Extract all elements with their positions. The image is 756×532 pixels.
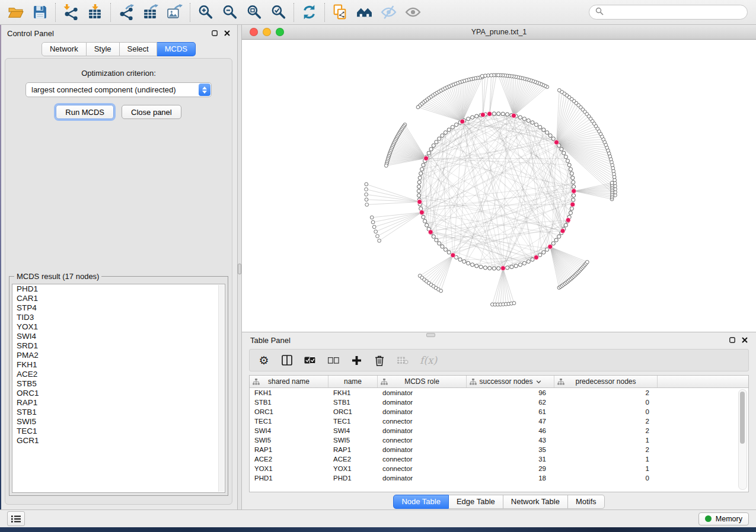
- table-scrollbar[interactable]: [738, 389, 747, 490]
- select-all-icon: [304, 357, 316, 364]
- mcds-result-item[interactable]: PMA2: [12, 351, 225, 360]
- column-header-successor-nodes[interactable]: successor nodes: [467, 376, 554, 387]
- table-row[interactable]: TEC1TEC1connector472: [250, 416, 748, 426]
- memory-label: Memory: [716, 515, 742, 523]
- table-cell: 31: [467, 456, 554, 463]
- import-network-button[interactable]: [59, 2, 83, 23]
- minimize-window-icon[interactable]: [263, 28, 271, 36]
- refresh-view-button[interactable]: [297, 2, 321, 23]
- tab-edge-table[interactable]: Edge Table: [449, 495, 503, 509]
- mcds-result-item[interactable]: PHD1: [12, 284, 225, 294]
- table-row[interactable]: SWI4SWI4dominator462: [250, 426, 748, 435]
- mcds-result-item[interactable]: ORC1: [12, 389, 225, 398]
- export-table-button[interactable]: [138, 2, 162, 23]
- zoom-window-icon[interactable]: [276, 28, 284, 36]
- horizontal-splitter-handle[interactable]: [426, 333, 435, 337]
- zoom-out-button[interactable]: [218, 2, 242, 23]
- mcds-result-item[interactable]: YOX1: [12, 322, 225, 332]
- zoom-selected-button[interactable]: [266, 2, 291, 23]
- tab-mcds[interactable]: MCDS: [157, 42, 196, 56]
- table-cell: STB1: [250, 399, 328, 406]
- table-cell: SWI4: [250, 427, 328, 434]
- tab-node-table[interactable]: Node Table: [393, 495, 449, 509]
- delete-column-button[interactable]: [374, 355, 385, 366]
- float-table-panel-icon[interactable]: [729, 336, 735, 345]
- hide-selected-button[interactable]: [377, 2, 401, 23]
- mcds-result-item[interactable]: RAP1: [12, 398, 225, 408]
- mcds-result-item[interactable]: TEC1: [12, 427, 225, 436]
- first-neighbors-button[interactable]: [352, 2, 377, 23]
- memory-button[interactable]: Memory: [698, 512, 749, 525]
- tab-select[interactable]: Select: [120, 42, 157, 56]
- task-history-button[interactable]: [7, 511, 25, 526]
- float-panel-icon[interactable]: [212, 29, 218, 38]
- tab-network[interactable]: Network: [42, 42, 87, 56]
- deselect-all-button[interactable]: [327, 357, 339, 364]
- zoom-in-button[interactable]: [193, 2, 218, 23]
- table-row[interactable]: SWI5SWI5connector431: [250, 435, 748, 445]
- vertical-splitter[interactable]: [237, 25, 242, 509]
- tab-network-table[interactable]: Network Table: [503, 495, 568, 509]
- table-row[interactable]: PHD1PHD1dominator180: [250, 473, 748, 483]
- table-row[interactable]: RAP1RAP1dominator352: [250, 445, 748, 454]
- column-layout-button[interactable]: [281, 355, 293, 366]
- column-header-MCDS-role[interactable]: MCDS role: [378, 376, 467, 387]
- splitter-handle[interactable]: [238, 264, 241, 274]
- table-row[interactable]: ACE2ACE2connector311: [250, 454, 748, 464]
- column-header-shared-name[interactable]: shared name: [250, 376, 328, 387]
- close-table-panel-icon[interactable]: [742, 336, 748, 345]
- status-bar: Memory: [0, 509, 756, 527]
- show-all-button[interactable]: [401, 2, 425, 23]
- export-image-button[interactable]: [162, 2, 187, 23]
- table-panel-title: Table Panel: [250, 336, 291, 345]
- mcds-result-item[interactable]: CAR1: [12, 294, 225, 303]
- mcds-result-item[interactable]: GCR1: [12, 436, 225, 446]
- open-session-button[interactable]: [4, 2, 28, 23]
- duplicate-network-button[interactable]: [328, 2, 352, 23]
- table-row[interactable]: ORC1ORC1dominator610: [250, 407, 748, 416]
- column-header-predecessor-nodes[interactable]: predecessor nodes: [554, 376, 658, 387]
- function-builder-button[interactable]: f(x): [420, 354, 437, 366]
- mcds-result-item[interactable]: STP4: [12, 303, 225, 313]
- criterion-select[interactable]: largest connected component (undirected): [25, 82, 212, 97]
- search-box[interactable]: [589, 5, 748, 20]
- delete-table-button[interactable]: [397, 357, 409, 364]
- mcds-result-item[interactable]: TID3: [12, 313, 225, 322]
- run-mcds-button[interactable]: Run MCDS: [56, 105, 114, 119]
- search-input[interactable]: [607, 7, 741, 17]
- network-canvas[interactable]: [242, 40, 756, 332]
- select-all-button[interactable]: [304, 357, 316, 364]
- table-row[interactable]: YOX1YOX1connector291: [250, 464, 748, 473]
- add-column-button[interactable]: [350, 355, 362, 366]
- table-scrollbar-thumb[interactable]: [740, 392, 745, 444]
- table-cell: connector: [378, 456, 467, 463]
- close-panel-button[interactable]: Close panel: [122, 105, 181, 119]
- delete-table-icon: [397, 357, 409, 364]
- table-cell: ACE2: [328, 456, 378, 463]
- table-cell: ORC1: [250, 408, 328, 415]
- table-row[interactable]: FKH1FKH1dominator962: [250, 388, 748, 398]
- mcds-result-item[interactable]: FKH1: [12, 360, 225, 370]
- settings-gear-button[interactable]: ⚙: [258, 355, 270, 366]
- save-session-button[interactable]: [28, 2, 52, 23]
- mcds-result-item[interactable]: ACE2: [12, 370, 225, 379]
- mcds-result-item[interactable]: STB1: [12, 408, 225, 417]
- tab-motifs[interactable]: Motifs: [568, 495, 605, 509]
- import-table-button[interactable]: [83, 2, 107, 23]
- hide-selected-icon: [381, 4, 397, 20]
- mcds-result-item[interactable]: SRD1: [12, 341, 225, 351]
- mcds-result-list[interactable]: PHD1CAR1STP4TID3YOX1SWI4SRD1PMA2FKH1ACE2…: [12, 284, 225, 493]
- column-header-name[interactable]: name: [328, 376, 378, 387]
- network-window-titlebar[interactable]: YPA_prune.txt_1: [242, 25, 756, 40]
- mcds-result-item[interactable]: SWI4: [12, 332, 225, 341]
- close-panel-icon[interactable]: [224, 29, 230, 38]
- mcds-result-item[interactable]: SWI5: [12, 417, 225, 427]
- close-window-icon[interactable]: [250, 28, 258, 36]
- zoom-fit-button[interactable]: [242, 2, 266, 23]
- table-row[interactable]: STB1STB1dominator620: [250, 398, 748, 407]
- mcds-list-scrollbar[interactable]: [218, 285, 224, 492]
- tab-style[interactable]: Style: [87, 42, 120, 56]
- mcds-result-item[interactable]: STB5: [12, 379, 225, 389]
- export-network-button[interactable]: [114, 2, 138, 23]
- show-all-icon: [405, 4, 421, 20]
